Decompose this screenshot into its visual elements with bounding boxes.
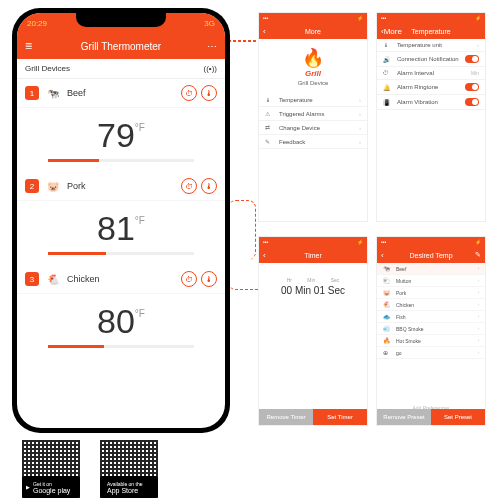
preset-title: Desired Temp (409, 252, 452, 259)
preset-item[interactable]: 🐄Beef› (377, 263, 485, 275)
device-row[interactable]: 1 🐄 Beef ⏱ 🌡 (17, 79, 225, 108)
signal-icon: ((•)) (204, 64, 217, 73)
temp-icon[interactable]: 🌡 (201, 85, 217, 101)
timer-icon[interactable]: ⏱ (181, 85, 197, 101)
temp-icon[interactable]: 🌡 (201, 271, 217, 287)
preset-item[interactable]: 🐑Mutton› (377, 275, 485, 287)
item-icon: 🌡 (383, 42, 393, 48)
section-label: Grill Devices (25, 64, 70, 73)
device-number: 2 (25, 179, 39, 193)
device-number: 1 (25, 86, 39, 100)
chevron-icon: › (359, 139, 361, 145)
preset-icon: 🔥 (383, 337, 393, 344)
meat-icon: 🐄 (45, 86, 61, 100)
remove-preset-button[interactable]: Remove Preset (377, 409, 431, 425)
item-icon: ⏱ (383, 70, 393, 76)
item-icon: 🌡 (265, 97, 275, 103)
item-icon: 🔔 (383, 84, 393, 91)
preset-item[interactable]: 🐷Pork› (377, 287, 485, 299)
temp-value: 80 (97, 302, 135, 341)
item-icon: ✎ (265, 138, 275, 145)
back-icon[interactable]: ‹ (381, 251, 384, 260)
more-icon[interactable]: ⋯ (207, 41, 217, 52)
item-icon: ⇄ (265, 124, 275, 131)
device-number: 3 (25, 272, 39, 286)
phone-notch (76, 13, 166, 27)
preset-icon: 🐟 (383, 313, 393, 320)
temp-unit: °F (135, 122, 145, 133)
temp-unit: °F (135, 215, 145, 226)
preset-icon: ⊕ (383, 349, 393, 356)
title-bar: ≡ Grill Thermometer ⋯ (17, 33, 225, 59)
setting-item[interactable]: 📳Alarm Vibration (377, 95, 485, 110)
google-play-badge[interactable]: ▶Get it onGoogle play (22, 476, 80, 498)
chevron-icon: › (359, 111, 361, 117)
app-store-badge[interactable]: Available on theApp Store (100, 476, 158, 498)
toggle[interactable] (465, 55, 479, 63)
toggle[interactable] (465, 98, 479, 106)
preset-icon: 🐑 (383, 277, 393, 284)
item-icon: 🔊 (383, 56, 393, 63)
more-item[interactable]: 🌡Temperature› (259, 94, 367, 107)
status-carrier: 3G (204, 19, 215, 28)
temp-display: 80°F (17, 294, 225, 358)
chevron-icon: › (359, 97, 361, 103)
preset-item[interactable]: 🐟Fish› (377, 311, 485, 323)
device-row[interactable]: 3 🐔 Chicken ⏱ 🌡 (17, 265, 225, 294)
preset-item[interactable]: 💨BBQ Smoke› (377, 323, 485, 335)
item-icon: 📳 (383, 99, 393, 106)
timer-value[interactable]: 00 Min 01 Sec (259, 285, 367, 296)
meat-icon: 🐔 (45, 272, 61, 286)
device-name: Chicken (67, 274, 177, 284)
timer-icon[interactable]: ⏱ (181, 271, 197, 287)
preset-item[interactable]: 🔥Hot Smoke› (377, 335, 485, 347)
set-preset-button[interactable]: Set Preset (431, 409, 485, 425)
back-icon[interactable]: ‹ (263, 251, 266, 260)
timer-title: Timer (304, 252, 322, 259)
setting-item[interactable]: 🔔Alarm Ringtone (377, 80, 485, 95)
back-icon[interactable]: ‹ (263, 27, 266, 36)
chevron-icon: › (359, 125, 361, 131)
preset-item[interactable]: 🐔Chicken› (377, 299, 485, 311)
timer-icon[interactable]: ⏱ (181, 178, 197, 194)
grill-logo: 🔥 Grill Grill Device (259, 39, 367, 94)
preset-icon: 🐄 (383, 265, 393, 272)
screen-temperature: •••⚡ ‹MoreTemperature 🌡Temperature unit›… (376, 12, 486, 222)
device-row[interactable]: 2 🐷 Pork ⏱ 🌡 (17, 172, 225, 201)
device-name: Beef (67, 88, 177, 98)
more-title: More (305, 28, 321, 35)
preset-icon: 🐷 (383, 289, 393, 296)
temp-value: 81 (97, 209, 135, 248)
screen-desired-temp: •••⚡ ‹Desired Temp✎ 🐄Beef›🐑Mutton›🐷Pork›… (376, 236, 486, 426)
section-bar: Grill Devices ((•)) (17, 59, 225, 79)
status-time: 20:29 (27, 19, 47, 28)
more-item[interactable]: ⚠Triggered Alarms› (259, 107, 367, 121)
screen-timer: •••⚡ ‹Timer HrMinSec 00 Min 01 Sec Remov… (258, 236, 368, 426)
phone-mock: 20:29 3G ≡ Grill Thermometer ⋯ Grill Dev… (12, 8, 230, 433)
menu-icon[interactable]: ≡ (25, 39, 32, 53)
set-timer-button[interactable]: Set Timer (313, 409, 367, 425)
edit-icon[interactable]: ✎ (475, 251, 481, 259)
preset-icon: 🐔 (383, 301, 393, 308)
remove-timer-button[interactable]: Remove Timer (259, 409, 313, 425)
item-icon: ⚠ (265, 110, 275, 117)
more-item[interactable]: ⇄Change Device› (259, 121, 367, 135)
toggle[interactable] (465, 83, 479, 91)
temp-value: 79 (97, 116, 135, 155)
preset-item[interactable]: ⊕go› (377, 347, 485, 359)
meat-icon: 🐷 (45, 179, 61, 193)
temp-title: Temperature (411, 28, 450, 35)
setting-item[interactable]: 🌡Temperature unit› (377, 39, 485, 52)
device-name: Pork (67, 181, 177, 191)
app-title: Grill Thermometer (81, 41, 161, 52)
setting-item[interactable]: 🔊Connection Notification (377, 52, 485, 67)
temp-unit: °F (135, 308, 145, 319)
flame-icon: 🔥 (259, 47, 367, 69)
temp-display: 81°F (17, 201, 225, 265)
temp-display: 79°F (17, 108, 225, 172)
back-icon[interactable]: ‹More (381, 27, 402, 36)
temp-icon[interactable]: 🌡 (201, 178, 217, 194)
setting-item[interactable]: ⏱Alarm IntervalMin (377, 67, 485, 80)
chevron-icon: › (477, 42, 479, 48)
more-item[interactable]: ✎Feedback› (259, 135, 367, 149)
